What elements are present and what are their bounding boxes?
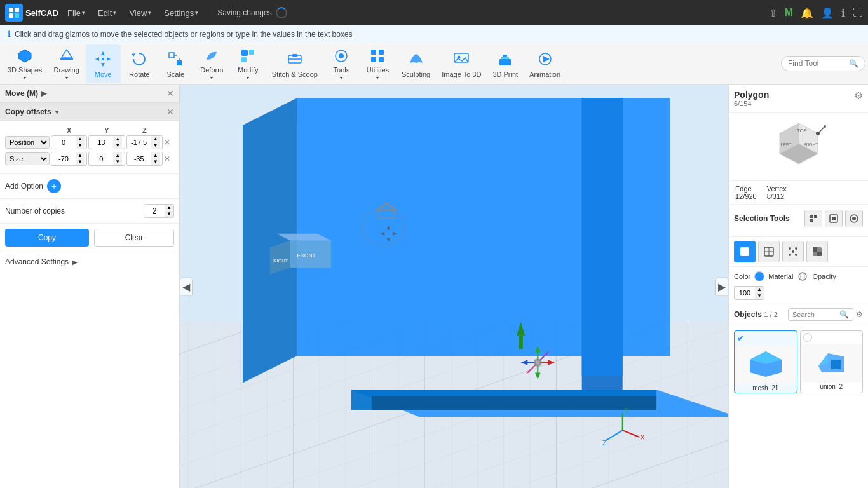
color-swatch[interactable] <box>754 271 764 281</box>
vertex-label: Vertex <box>767 185 787 193</box>
tool-move[interactable]: Move <box>86 44 121 83</box>
tool-3dprint[interactable]: 3D Print <box>487 44 523 83</box>
infobar: ℹ Click and drag gizmos to move the sele… <box>0 25 868 43</box>
cube-nav[interactable]: TOP LEFT RIGHT <box>729 113 868 181</box>
material-icon[interactable] <box>797 271 808 282</box>
selection-tool-icons <box>804 210 863 227</box>
animation-icon <box>535 49 555 69</box>
drawing-icon <box>57 47 77 65</box>
num-copies-input[interactable]: ▲▼ <box>144 204 174 218</box>
menu-view[interactable]: View▾ <box>125 6 155 20</box>
share-icon[interactable]: ⇧ <box>769 7 777 19</box>
copy-offsets-header: Copy offsets ▼ ✕ <box>0 103 179 121</box>
svg-point-102 <box>795 247 797 250</box>
svg-rect-31 <box>501 57 509 59</box>
viewport[interactable]: FRONT RIGHT <box>180 85 728 488</box>
add-option-button[interactable]: + <box>47 179 61 193</box>
move-panel-close[interactable]: ✕ <box>166 88 174 98</box>
bell-icon[interactable]: 🔔 <box>801 7 813 19</box>
checkbox-checked[interactable]: ✔ <box>737 333 745 343</box>
size-y-input[interactable]: ▲▼ <box>88 152 125 166</box>
user-icon[interactable]: 👤 <box>821 7 834 19</box>
svg-rect-1 <box>15 8 19 12</box>
tool-utilities[interactable]: Utilities ▾ <box>360 44 395 83</box>
menu-file[interactable]: File▾ <box>64 6 89 20</box>
opacity-input[interactable] <box>735 289 755 297</box>
size-z-input[interactable]: ▲▼ <box>126 152 163 166</box>
size-select[interactable]: Size <box>5 152 50 165</box>
svg-rect-91 <box>814 215 817 218</box>
size-label[interactable]: Size <box>5 152 50 165</box>
svg-point-104 <box>795 254 797 256</box>
tool-deform[interactable]: Deform ▾ <box>194 44 229 83</box>
play-icon[interactable]: ▶ <box>41 89 46 98</box>
viewport-left-arrow[interactable]: ◀ <box>180 277 193 295</box>
tool-drawing[interactable]: Drawing ▾ <box>48 44 84 83</box>
svg-rect-10 <box>102 58 104 60</box>
size-row-close[interactable]: ✕ <box>164 154 174 163</box>
find-tool-input[interactable] <box>788 59 845 68</box>
sel-icon-1[interactable] <box>804 210 822 227</box>
tool-scale[interactable]: Scale <box>158 44 193 83</box>
svg-marker-41 <box>243 98 297 383</box>
checkbox-unchecked[interactable] <box>803 333 812 342</box>
objects-search-box[interactable]: 🔍 <box>788 308 853 321</box>
copy-offsets-arrow[interactable]: ▼ <box>54 109 60 116</box>
svg-rect-3 <box>15 13 19 18</box>
svg-rect-27 <box>379 57 384 62</box>
cube-3d-nav[interactable]: TOP LEFT RIGHT <box>770 118 827 175</box>
svg-rect-17 <box>249 50 254 55</box>
sculpting-icon <box>406 49 426 69</box>
clear-button[interactable]: Clear <box>94 229 174 247</box>
tool-3dshapes[interactable]: 3D Shapes ▾ <box>3 44 47 83</box>
info-icon[interactable]: ℹ <box>841 7 845 19</box>
color-label: Color <box>734 273 750 280</box>
M-icon[interactable]: M <box>785 7 793 18</box>
find-tool-search-icon: 🔍 <box>849 59 858 68</box>
menu-edit[interactable]: Edit▾ <box>94 6 120 20</box>
copy-button[interactable]: Copy <box>5 229 89 247</box>
position-label[interactable]: Position <box>5 136 50 149</box>
opacity-input-wrap[interactable]: ▲▼ <box>734 286 764 300</box>
mode-textured-icon[interactable] <box>806 241 828 262</box>
find-tool-search[interactable]: 🔍 <box>781 56 865 71</box>
mode-wireframe-icon[interactable] <box>758 241 780 262</box>
tool-image-to-3d[interactable]: Image To 3D <box>437 44 486 83</box>
tool-tools[interactable]: Tools ▾ <box>324 44 359 83</box>
object-card-union2[interactable]: union_2 <box>800 330 864 393</box>
fullscreen-icon[interactable]: ⛶ <box>853 7 863 18</box>
position-row-close[interactable]: ✕ <box>164 138 174 147</box>
objects-gear-icon[interactable]: ⚙ <box>856 310 863 319</box>
selection-tools-label: Selection Tools <box>734 214 790 223</box>
copy-offsets-close[interactable]: ✕ <box>166 107 174 117</box>
position-y-input[interactable]: ▲▼ <box>88 135 125 149</box>
topbar: SelfCAD File▾ Edit▾ View▾ Settings▾ Savi… <box>0 0 868 25</box>
position-select[interactable]: Position <box>5 136 50 149</box>
tool-sculpting[interactable]: Sculpting <box>397 44 435 83</box>
sel-icon-3[interactable] <box>845 210 863 227</box>
advanced-settings-arrow[interactable]: ▶ <box>72 259 78 266</box>
svg-rect-2 <box>9 13 13 18</box>
svg-rect-30 <box>499 59 511 65</box>
position-x-input[interactable]: ▲▼ <box>51 135 87 149</box>
object-card-mesh21[interactable]: ✔ mesh_21 <box>734 330 797 393</box>
tool-modify[interactable]: Modify ▾ <box>231 44 266 83</box>
copy-offsets-title: Copy offsets ▼ <box>5 107 60 116</box>
size-x-input[interactable]: ▲▼ <box>51 152 87 166</box>
menu-settings[interactable]: Settings▾ <box>160 6 202 20</box>
mode-solid-icon[interactable] <box>734 241 756 262</box>
tool-animation[interactable]: Animation <box>524 44 566 83</box>
position-z-input[interactable]: ▲▼ <box>126 135 163 149</box>
main-area: Move (M) ▶ ✕ Copy offsets ▼ ✕ X Y Z <box>0 85 868 488</box>
objects-search-input[interactable] <box>792 311 837 318</box>
viewport-right-arrow[interactable]: ▶ <box>715 277 728 295</box>
svg-rect-21 <box>292 54 297 57</box>
tool-stitch-scoop[interactable]: Stitch & Scoop <box>267 44 323 83</box>
mode-points-icon[interactable] <box>782 241 804 262</box>
logo[interactable]: SelfCAD <box>5 4 58 22</box>
objects-controls: 🔍 ⚙ <box>788 308 863 321</box>
sel-icon-2[interactable] <box>825 210 843 227</box>
gear-settings-icon[interactable]: ⚙ <box>854 90 863 102</box>
svg-rect-92 <box>810 219 813 222</box>
tool-rotate[interactable]: Rotate <box>122 44 157 83</box>
